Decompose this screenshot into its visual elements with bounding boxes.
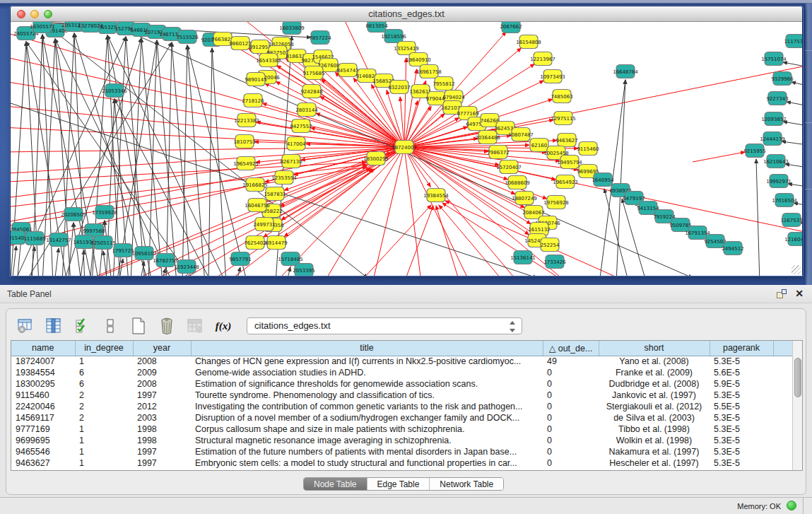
graph-node[interactable]: 7625402 <box>244 236 266 250</box>
graph-node[interactable]: 12093852 <box>761 112 787 126</box>
graph-node[interactable]: 19992971 <box>766 175 792 188</box>
graph-node[interactable]: 13142757 <box>46 233 71 247</box>
graph-node[interactable]: 12444139 <box>760 132 785 146</box>
graph-node[interactable]: 19654925 <box>233 157 259 170</box>
table-row[interactable]: 946362711997Embryonic stem cells: a mode… <box>11 457 792 469</box>
graph-node[interactable]: 1640954 <box>592 173 614 187</box>
tab-edge-table[interactable]: Edge Table <box>367 478 430 490</box>
graph-node[interactable]: 10688609 <box>505 176 530 189</box>
graph-node[interactable]: 2053395 <box>293 264 314 276</box>
graph-node[interactable]: 6914479 <box>265 236 287 250</box>
graph-node[interactable]: 9227343 <box>766 92 788 105</box>
graph-node[interactable]: 9860123 <box>229 37 251 50</box>
graph-node[interactable]: 417004 <box>287 137 306 151</box>
graph-node[interactable]: 1115689 <box>23 232 45 245</box>
graph-node[interactable]: 2803144 <box>295 103 318 117</box>
graph-node[interactable]: 16648784 <box>613 65 638 78</box>
graph-node[interactable]: 1587831 <box>264 187 286 201</box>
graph-node[interactable]: 9463627 <box>555 134 577 147</box>
graph-node[interactable]: 2087662 <box>500 22 522 33</box>
import-table-icon[interactable] <box>186 317 204 335</box>
graph-node[interactable]: 12213383 <box>234 114 259 127</box>
graph-node[interactable]: 9175685 <box>302 66 324 80</box>
tab-network-table[interactable]: Network Table <box>430 478 503 490</box>
graph-node[interactable]: 12160443 <box>784 233 802 246</box>
tab-node-table[interactable]: Node Table <box>304 478 367 490</box>
graph-node[interactable]: 1810753 <box>233 135 255 148</box>
graph-node[interactable]: 9215955 <box>743 144 765 158</box>
graph-node[interactable]: 2718126 <box>242 94 264 107</box>
graph-node[interactable]: 17359928 <box>92 206 117 219</box>
graph-node[interactable]: 12975115 <box>551 112 576 125</box>
graph-node[interactable]: 7857224 <box>309 31 331 45</box>
graph-node[interactable]: 8813054 <box>365 22 388 33</box>
graph-node[interactable]: 9329966 <box>771 72 794 86</box>
graph-node[interactable]: 16961758 <box>416 65 442 78</box>
function-icon[interactable]: f(x) <box>214 317 233 335</box>
scrollbar-thumb[interactable] <box>794 358 801 397</box>
table-row[interactable]: 969969511998Structural magnetic resonanc… <box>11 435 792 446</box>
table-selector-dropdown[interactable]: citations_edges.txt <box>247 317 522 334</box>
rows-icon[interactable] <box>101 317 119 335</box>
new-table-icon[interactable] <box>129 317 148 335</box>
table-mode-icon[interactable] <box>16 317 35 335</box>
graph-node[interactable]: 9242848 <box>300 85 322 98</box>
graph-node[interactable]: 19384554 <box>423 189 449 202</box>
graph-node[interactable]: 18640910 <box>406 53 431 66</box>
table-row[interactable]: 911546021997Tourette syndrome. Phenomeno… <box>11 390 792 401</box>
graph-node[interactable]: 20206505 <box>61 208 86 221</box>
column-header[interactable]: △ out_de... <box>543 341 599 356</box>
table-row[interactable]: 1830029562008Estimation of significance … <box>11 378 792 390</box>
graph-node[interactable]: 19166825 <box>242 178 268 192</box>
column-header[interactable]: name <box>11 341 75 356</box>
column-header[interactable]: title <box>191 341 543 356</box>
graph-node[interactable]: 8267130 <box>280 155 302 168</box>
graph-node[interactable]: 9115460 <box>577 142 599 156</box>
table-row[interactable]: 946554611997Estimation of the future num… <box>11 446 792 457</box>
graph-node[interactable]: 252254 <box>541 238 560 252</box>
graph-node[interactable]: 16154808 <box>516 35 541 49</box>
table-row[interactable]: 977716911998Corpus callosum shape and si… <box>11 424 792 435</box>
select-rows-icon[interactable] <box>73 317 91 335</box>
graph-node[interactable]: 19654923 <box>553 175 578 189</box>
graph-node[interactable]: 11923448 <box>174 260 199 274</box>
graph-node[interactable]: 20364486 <box>475 131 500 144</box>
graph-node[interactable]: 18807249 <box>512 192 537 205</box>
graph-node[interactable]: 2494512 <box>722 242 743 255</box>
graph-node[interactable]: 16033809 <box>279 22 305 35</box>
graph-node[interactable]: 19218596 <box>381 30 406 43</box>
column-header[interactable]: short <box>599 341 710 356</box>
graph-node[interactable]: 9857791 <box>229 252 251 266</box>
graph-node[interactable]: 16046756 <box>245 199 270 212</box>
graph-node[interactable]: 2499731 <box>253 218 275 231</box>
graph-node[interactable]: 8427552 <box>290 119 312 133</box>
delete-table-icon[interactable] <box>158 317 176 335</box>
graph-node[interactable]: 1167533 <box>780 214 802 227</box>
column-header[interactable]: pagerank <box>710 341 773 356</box>
graph-node[interactable]: 10807487 <box>508 128 534 141</box>
graph-node[interactable]: 16305571 <box>30 22 55 33</box>
graph-node[interactable]: 1117534 <box>784 35 802 48</box>
graph-node[interactable]: 7986372 <box>487 146 509 159</box>
graph-node[interactable]: 21053346 <box>102 84 127 98</box>
graph-node[interactable]: 16543382 <box>256 54 281 67</box>
graph-node[interactable]: 15720407 <box>496 160 522 174</box>
graph-node[interactable]: 19756928 <box>543 196 569 209</box>
table-scrollbar[interactable] <box>792 341 802 470</box>
table-row[interactable]: 2242004622012Investigating the contribut… <box>11 401 792 412</box>
graph-node[interactable]: 9890145 <box>245 73 266 86</box>
graph-node[interactable]: 7955812 <box>433 77 454 90</box>
float-panel-icon[interactable] <box>777 289 787 298</box>
table-row[interactable]: 1938455462009Genome-wide association stu… <box>11 367 792 378</box>
graph-node[interactable]: 1795725 <box>112 244 134 257</box>
graph-node[interactable]: 7515526 <box>176 30 199 44</box>
graph-node[interactable]: 8322037 <box>388 81 410 94</box>
graph-node[interactable]: 10973493 <box>540 70 565 83</box>
memory-status-indicator[interactable] <box>787 501 796 510</box>
graph-node[interactable]: 15751074 <box>761 52 787 66</box>
graph-node[interactable]: 1733426 <box>543 255 566 269</box>
close-panel-icon[interactable]: ✕ <box>795 288 804 299</box>
resize-grip[interactable] <box>792 265 801 274</box>
graph-node[interactable]: 18300295 <box>363 152 389 165</box>
column-header[interactable]: in_degree <box>75 341 133 356</box>
